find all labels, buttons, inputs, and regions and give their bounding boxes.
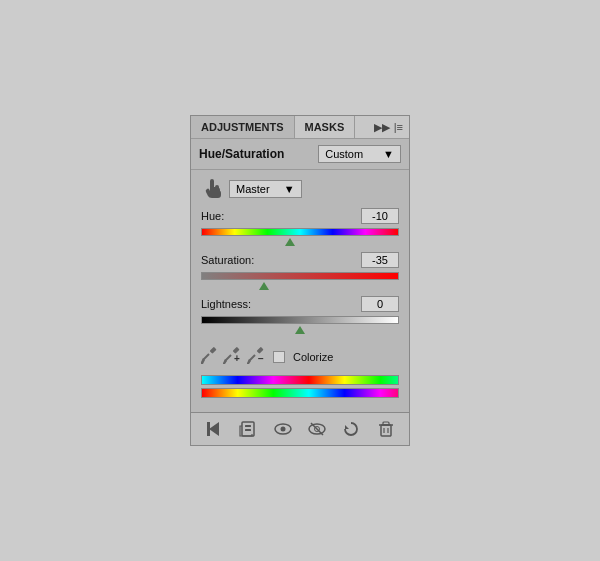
eyedropper-group: + − [201, 346, 265, 367]
hue-label: Hue: [201, 210, 224, 222]
svg-rect-21 [381, 425, 391, 436]
eyedropper-minus-icon[interactable]: − [247, 346, 265, 367]
spectrum-bars [201, 371, 399, 404]
saturation-label: Saturation: [201, 254, 254, 266]
eyedropper-icon[interactable] [201, 346, 217, 367]
saturation-label-row: Saturation: [201, 252, 399, 268]
panel-header: ADJUSTMENTS MASKS ▶▶ |≡ [191, 116, 409, 139]
saturation-slider-row: Saturation: [201, 252, 399, 288]
reset-button[interactable] [339, 418, 363, 440]
hue-thumb[interactable] [285, 238, 295, 246]
saturation-thumb[interactable] [259, 282, 269, 290]
colorize-row: + − Colorize [201, 340, 399, 371]
svg-rect-15 [245, 429, 251, 431]
saturation-track[interactable] [201, 272, 399, 280]
clip-button[interactable] [236, 418, 260, 440]
lightness-value[interactable] [361, 296, 399, 312]
channel-row: Master ▼ [201, 178, 399, 200]
lightness-track-container[interactable] [201, 314, 399, 332]
preset-label: Custom [325, 148, 363, 160]
hand-tool-icon[interactable] [201, 178, 223, 200]
svg-rect-12 [207, 422, 210, 436]
tab-masks[interactable]: MASKS [295, 116, 356, 138]
lightness-thumb[interactable] [295, 326, 305, 334]
preset-dropdown-arrow: ▼ [383, 148, 394, 160]
delete-button[interactable] [374, 418, 398, 440]
panel-content: Master ▼ Hue: Saturation: [191, 170, 409, 412]
colorize-checkbox[interactable] [273, 351, 285, 363]
tab-adjustments[interactable]: ADJUSTMENTS [191, 116, 295, 138]
spectrum-bar-bottom [201, 388, 399, 398]
svg-rect-14 [245, 425, 251, 427]
svg-rect-23 [383, 422, 389, 425]
svg-marker-11 [209, 422, 219, 436]
channel-dropdown[interactable]: Master ▼ [229, 180, 302, 198]
hue-track-container[interactable] [201, 226, 399, 244]
saturation-track-container[interactable] [201, 270, 399, 288]
svg-rect-0 [210, 347, 217, 354]
panel-subheader: Hue/Saturation Custom ▼ [191, 139, 409, 170]
expand-icon[interactable]: ▶▶ [374, 121, 390, 134]
visibility-button[interactable] [305, 418, 329, 440]
lightness-label-row: Lightness: [201, 296, 399, 312]
channel-label: Master [236, 183, 270, 195]
hue-value[interactable] [361, 208, 399, 224]
panel-footer [191, 412, 409, 445]
eyedropper-plus-icon[interactable]: + [223, 346, 241, 367]
svg-point-17 [280, 427, 285, 432]
lightness-slider-row: Lightness: [201, 296, 399, 332]
lightness-track[interactable] [201, 316, 399, 324]
colorize-label: Colorize [293, 351, 333, 363]
saturation-value[interactable] [361, 252, 399, 268]
svg-text:−: − [258, 353, 264, 364]
svg-marker-20 [345, 425, 349, 429]
channel-arrow: ▼ [284, 183, 295, 195]
hue-slider-row: Hue: [201, 208, 399, 244]
eye-button[interactable] [271, 418, 295, 440]
svg-text:+: + [234, 353, 240, 364]
lightness-label: Lightness: [201, 298, 251, 310]
spectrum-bar-top [201, 375, 399, 385]
adjustment-title: Hue/Saturation [199, 147, 284, 161]
hue-label-row: Hue: [201, 208, 399, 224]
panel-controls: ▶▶ |≡ [368, 116, 409, 138]
preset-dropdown[interactable]: Custom ▼ [318, 145, 401, 163]
back-button[interactable] [202, 418, 226, 440]
menu-icon[interactable]: |≡ [394, 121, 403, 133]
hue-track[interactable] [201, 228, 399, 236]
adjustments-panel: ADJUSTMENTS MASKS ▶▶ |≡ Hue/Saturation C… [190, 115, 410, 446]
